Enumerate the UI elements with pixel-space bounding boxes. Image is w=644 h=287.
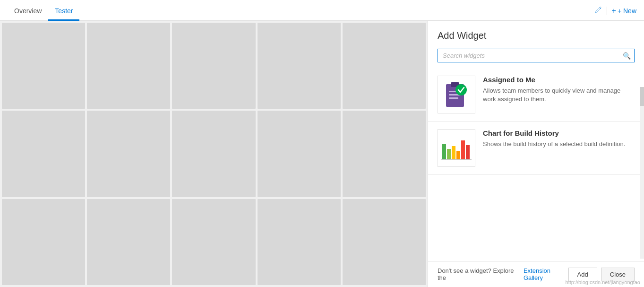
grid-cell — [343, 23, 426, 109]
panel-title: Add Widget — [438, 30, 635, 41]
footer-text-before: Don't see a widget? Explore the — [438, 267, 518, 281]
scrollbar-track[interactable] — [640, 87, 644, 259]
header-actions: + + New — [594, 6, 636, 16]
header-divider — [607, 7, 607, 15]
widget-icon-chart-build-history — [438, 129, 475, 167]
svg-rect-4 — [449, 97, 458, 99]
grid-cell — [172, 111, 255, 197]
new-label: + New — [618, 7, 636, 15]
edit-icon[interactable] — [594, 6, 602, 16]
grid-cell — [258, 199, 341, 285]
search-icon[interactable]: 🔍 — [623, 52, 631, 60]
widget-info-assigned-to-me: Assigned to Me Allows team members to qu… — [483, 76, 635, 104]
svg-rect-6 — [442, 144, 446, 159]
grid-cell — [172, 199, 255, 285]
footer-text: Don't see a widget? Explore the Extensio… — [438, 267, 568, 281]
widget-item-assigned-to-me[interactable]: Assigned to Me Allows team members to qu… — [428, 68, 644, 122]
grid-cell — [87, 199, 170, 285]
grid-cell — [172, 23, 255, 109]
grid-cell — [2, 199, 85, 285]
widget-desc: Allows team members to quickly view and … — [483, 87, 635, 104]
extension-gallery-link[interactable]: Extension Gallery — [524, 267, 568, 281]
widget-desc: Shows the build history of a selected bu… — [483, 140, 635, 148]
widget-item-chart-build-history[interactable]: Chart for Build History Shows the build … — [428, 122, 644, 175]
header: Overview Tester + + New — [0, 0, 644, 21]
new-button[interactable]: + + New — [612, 7, 636, 15]
widget-info-chart-build-history: Chart for Build History Shows the build … — [483, 129, 635, 148]
chart-build-history-icon — [439, 131, 473, 165]
svg-point-5 — [455, 84, 467, 96]
svg-rect-11 — [466, 145, 470, 159]
scrollbar-thumb[interactable] — [640, 87, 644, 106]
search-box: 🔍 — [438, 49, 635, 62]
grid-cell — [87, 23, 170, 109]
main-layout: Add Widget 🔍 — [0, 21, 644, 287]
grid-cell — [258, 23, 341, 109]
dashboard-grid — [0, 21, 428, 287]
watermark: http://blog.csdn.net/jiangyongtao — [566, 279, 640, 285]
widget-panel: Add Widget 🔍 — [428, 21, 644, 287]
tab-overview[interactable]: Overview — [8, 2, 48, 21]
grid-cell — [2, 111, 85, 197]
search-input[interactable] — [438, 49, 635, 62]
assigned-to-me-icon — [443, 79, 470, 110]
svg-rect-8 — [452, 146, 455, 159]
widget-name: Assigned to Me — [483, 76, 635, 84]
svg-rect-7 — [447, 149, 451, 159]
grid-cell — [343, 199, 426, 285]
panel-header: Add Widget — [428, 21, 644, 49]
widget-list: Assigned to Me Allows team members to qu… — [428, 68, 644, 261]
svg-rect-10 — [461, 140, 465, 159]
widget-name: Chart for Build History — [483, 129, 635, 137]
widget-icon-assigned-to-me — [438, 76, 475, 113]
grid-cell — [2, 23, 85, 109]
svg-rect-9 — [456, 151, 460, 159]
grid-cell — [258, 111, 341, 197]
grid-cell — [87, 111, 170, 197]
grid-cell — [343, 111, 426, 197]
plus-icon: + — [612, 7, 616, 15]
tab-tester[interactable]: Tester — [48, 2, 79, 21]
